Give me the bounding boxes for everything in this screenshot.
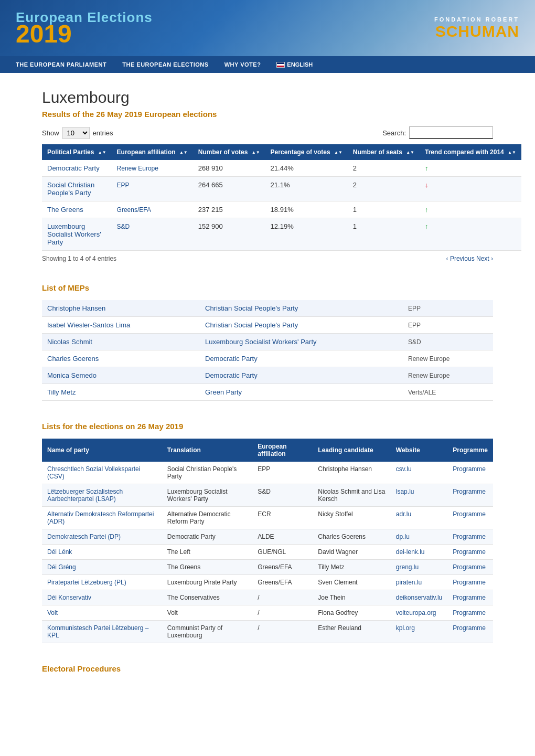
lists-title: Lists for the elections on 26 May 2019 <box>42 422 493 431</box>
sort-arrows-percentage: ▲▼ <box>334 151 343 155</box>
col-eu-affiliation[interactable]: European affiliation ▲▼ <box>112 144 193 160</box>
list-translation-cell: The Greens <box>162 560 252 575</box>
list-candidate-cell: Sven Clement <box>313 575 390 590</box>
prev-button[interactable]: ‹ Previous <box>446 255 475 262</box>
table-footer: Showing 1 to 4 of 4 entries ‹ Previous N… <box>42 255 493 262</box>
votes-cell: 152 900 <box>193 218 265 251</box>
sort-arrows-parties: ▲▼ <box>98 151 106 155</box>
next-button[interactable]: Next › <box>476 255 493 262</box>
list-candidate-cell: Nicolas Schmit and Lisa Kersch <box>313 484 390 507</box>
list-row: Chreschtlech Sozial Vollekspartei (CSV) … <box>42 462 493 484</box>
list-candidate-cell: Fiona Godfrey <box>313 605 390 621</box>
meps-section: List of MEPs Christophe Hansen Christian… <box>42 283 493 401</box>
mep-affiliation-cell: Renew Europe <box>403 367 493 384</box>
trend-cell: ↑ <box>420 218 521 251</box>
seats-cell: 1 <box>348 201 420 218</box>
mep-row: Nicolas Schmit Luxembourg Socialist Work… <box>42 334 493 350</box>
list-candidate-cell: Esther Reuland <box>313 621 390 643</box>
list-party-cell: Chreschtlech Sozial Vollekspartei (CSV) <box>42 462 162 484</box>
search-label: Search: <box>382 129 406 137</box>
main-navbar: THE EUROPEAN PARLIAMENT THE EUROPEAN ELE… <box>0 56 535 73</box>
list-programme-cell: Programme <box>447 575 493 590</box>
list-eu-affil-cell: EPP <box>252 462 313 484</box>
list-eu-affil-cell: S&D <box>252 484 313 507</box>
list-eu-affil-cell: GUE/NGL <box>252 545 313 560</box>
results-subtitle: Results of the 26 May 2019 European elec… <box>42 110 493 119</box>
meps-table: Christophe Hansen Christian Social Peopl… <box>42 300 493 401</box>
mep-party-cell: Christian Social People's Party <box>200 317 403 334</box>
sort-arrows-votes: ▲▼ <box>252 151 260 155</box>
mep-affiliation-cell: S&D <box>403 334 493 350</box>
party-cell: Democratic Party <box>42 160 112 177</box>
list-party-cell: Déi Konservativ <box>42 590 162 605</box>
list-programme-cell: Programme <box>447 560 493 575</box>
nav-why-vote[interactable]: WHY VOTE? <box>224 61 261 68</box>
list-website-cell: volteuropa.org <box>391 605 448 621</box>
list-programme-cell: Programme <box>447 590 493 605</box>
list-website-cell: kpl.org <box>391 621 448 643</box>
col-trend[interactable]: Trend compared with 2014 ▲▼ <box>420 144 521 160</box>
mep-name-cell: Isabel Wiesler-Santos Lima <box>42 317 200 334</box>
table-row: The Greens Greens/EFA 237 215 18.91% 1 ↑ <box>42 201 521 218</box>
votes-cell: 264 665 <box>193 177 265 201</box>
list-website-cell: dp.lu <box>391 529 448 545</box>
trend-cell: ↓ <box>420 177 521 201</box>
col-percentage[interactable]: Percentage of votes ▲▼ <box>265 144 348 160</box>
search-input[interactable] <box>409 126 493 139</box>
list-candidate-cell: David Wagner <box>313 545 390 560</box>
sort-arrows-trend: ▲▼ <box>508 151 516 155</box>
list-party-cell: Demokratesch Partei (DP) <box>42 529 162 545</box>
list-programme-cell: Programme <box>447 529 493 545</box>
mep-party-cell: Green Party <box>200 384 403 401</box>
col-leading-candidate: Leading candidate <box>313 439 390 462</box>
nav-elections[interactable]: THE EUROPEAN ELECTIONS <box>122 61 208 68</box>
page-title: Luxembourg <box>42 89 493 107</box>
list-translation-cell: Communist Party of Luxembourg <box>162 621 252 643</box>
seats-cell: 2 <box>348 160 420 177</box>
site-title-block: European Elections 2019 <box>16 9 153 47</box>
list-programme-cell: Programme <box>447 507 493 529</box>
list-eu-affil-cell: ALDE <box>252 529 313 545</box>
mep-row: Charles Goerens Democratic Party Renew E… <box>42 350 493 367</box>
list-eu-affil-cell: / <box>252 621 313 643</box>
results-table: Political Parties ▲▼ European affiliatio… <box>42 144 521 251</box>
fondation-bottom-text: SCHUMAN <box>435 23 519 40</box>
list-candidate-cell: Tilly Metz <box>313 560 390 575</box>
language-label: ENGLISH <box>287 61 313 68</box>
list-website-cell: adr.lu <box>391 507 448 529</box>
mep-name-cell: Monica Semedo <box>42 367 200 384</box>
meps-title: List of MEPs <box>42 283 493 292</box>
entries-select[interactable]: 10 25 50 100 <box>62 127 90 139</box>
list-eu-affil-cell: Greens/EFA <box>252 560 313 575</box>
list-row: Alternativ Demokratesch Reformpartei (AD… <box>42 507 493 529</box>
list-translation-cell: Volt <box>162 605 252 621</box>
col-party-name: Name of party <box>42 439 162 462</box>
lists-table: Name of party Translation European affil… <box>42 439 493 643</box>
list-website-cell: csv.lu <box>391 462 448 484</box>
table-controls: Show 10 25 50 100 entries Search: <box>42 126 493 139</box>
list-party-cell: Déi Gréng <box>42 560 162 575</box>
list-party-cell: Kommunistesch Partei Lëtzebuerg – KPL <box>42 621 162 643</box>
list-eu-affil-cell: / <box>252 605 313 621</box>
col-political-parties[interactable]: Political Parties ▲▼ <box>42 144 112 160</box>
list-eu-affil-cell: / <box>252 590 313 605</box>
pagination: ‹ Previous Next › <box>446 255 493 262</box>
affiliation-cell: Renew Europe <box>112 160 193 177</box>
nav-parliament[interactable]: THE EUROPEAN PARLIAMENT <box>16 61 106 68</box>
list-row: Déi Konservativ The Conservatives / Joe … <box>42 590 493 605</box>
header-banner: European Elections 2019 FONDATION ROBERT… <box>0 0 535 56</box>
list-candidate-cell: Christophe Hansen <box>313 462 390 484</box>
votes-cell: 237 215 <box>193 201 265 218</box>
party-cell: Social Christian People's Party <box>42 177 112 201</box>
col-votes[interactable]: Number of votes ▲▼ <box>193 144 265 160</box>
electoral-title: Electoral Procedures <box>42 664 493 673</box>
mep-row: Isabel Wiesler-Santos Lima Christian Soc… <box>42 317 493 334</box>
language-selector[interactable]: ENGLISH <box>276 61 313 68</box>
table-row: Democratic Party Renew Europe 268 910 21… <box>42 160 521 177</box>
votes-cell: 268 910 <box>193 160 265 177</box>
list-programme-cell: Programme <box>447 484 493 507</box>
col-translation: Translation <box>162 439 252 462</box>
col-seats[interactable]: Number of seats ▲▼ <box>348 144 420 160</box>
sort-arrows-seats: ▲▼ <box>406 151 414 155</box>
list-translation-cell: Democratic Party <box>162 529 252 545</box>
